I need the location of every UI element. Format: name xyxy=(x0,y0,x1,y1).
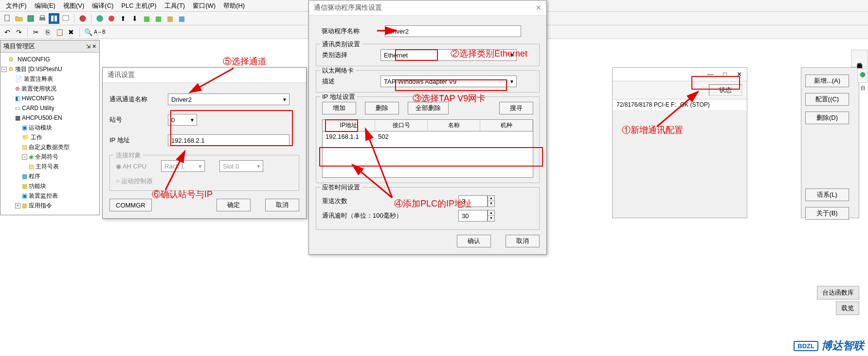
col-model: 机种 xyxy=(480,120,533,131)
station-combo[interactable]: 0▼ xyxy=(168,114,197,126)
menu-plc[interactable]: PLC 主机(P) xyxy=(117,0,160,11)
menu-compile[interactable]: 编译(C) xyxy=(88,0,117,11)
delete-icon[interactable]: ✖ xyxy=(66,27,76,37)
time-group-label: 应答时间设置 xyxy=(320,183,362,192)
layout-icon[interactable] xyxy=(49,13,59,24)
menu-window[interactable]: 窗口(W) xyxy=(189,0,219,11)
tree-item[interactable]: ⊗装置使用状况 xyxy=(1,84,98,94)
upload-icon[interactable]: ⬆ xyxy=(118,13,128,24)
ip-table[interactable]: IP地址 接口号 名称 机种 192.168.1.1 502 xyxy=(322,119,533,178)
delete-config-button[interactable]: 删除(D) xyxy=(805,112,849,124)
redo-icon[interactable]: ↷ xyxy=(14,27,24,37)
commgr-button[interactable]: COMMGR xyxy=(109,199,152,211)
svg-rect-3 xyxy=(40,16,44,18)
tree-item[interactable]: −◉全局符号 xyxy=(1,152,98,162)
save-icon[interactable] xyxy=(25,13,36,24)
stop-icon[interactable] xyxy=(106,13,117,24)
download-icon[interactable]: ⬇ xyxy=(129,13,140,24)
tree-item[interactable]: ▣装置监控表 xyxy=(1,191,98,201)
svg-point-8 xyxy=(97,16,103,21)
cube-icon[interactable]: ⬢ xyxy=(860,71,866,78)
retry-spinner[interactable]: 3▲▼ xyxy=(458,195,495,207)
status-header: 状态 xyxy=(709,84,742,96)
project-tree-panel: 项目管理区 ⇲ ✕ ⚙NWCONFIG −⚙项目 [D:\ISPtest\U 📄… xyxy=(0,40,100,215)
driver-properties-dialog: 通信驱动程序属性设置 ✕ 驱动程序名称 Driver2 通讯类别设置 类别选择 … xyxy=(308,0,547,255)
open-icon[interactable] xyxy=(14,13,24,24)
svg-rect-2 xyxy=(39,18,45,20)
configure-button[interactable]: 配置((C) xyxy=(805,93,849,106)
menu-view[interactable]: 视图(V) xyxy=(59,0,88,11)
delete-button[interactable]: 删除 xyxy=(365,102,399,114)
replace-icon[interactable]: A↔B xyxy=(94,27,105,37)
dialog-title: 通讯设置 xyxy=(108,71,135,79)
tree-item[interactable]: ▭CARD Utility xyxy=(1,103,98,113)
nic-label: 描述 xyxy=(322,77,371,86)
ip-input[interactable]: 192.168.2.1 xyxy=(168,134,289,146)
tree-item[interactable]: 📄装置注释表 xyxy=(1,74,98,84)
ok-button[interactable]: 确认 xyxy=(457,235,491,247)
new-icon[interactable] xyxy=(2,13,13,24)
tab-tdlib[interactable]: 台达函数库 xyxy=(817,286,859,300)
chip3-icon[interactable]: ▦ xyxy=(164,13,175,24)
help-icon[interactable] xyxy=(77,13,88,24)
search-button[interactable]: 搜寻 xyxy=(499,102,533,114)
tree-item[interactable]: ▦功能块 xyxy=(1,181,98,191)
driver-name-input[interactable]: Driver2 xyxy=(385,25,521,37)
about-button[interactable]: 关于(B) xyxy=(805,207,849,220)
menu-edit[interactable]: 编辑(E) xyxy=(31,0,59,11)
paste-icon[interactable]: 📋 xyxy=(54,27,65,37)
cat-combo[interactable]: Ethernet▼ xyxy=(380,49,517,61)
menu-tools[interactable]: 工具(T) xyxy=(161,0,189,11)
preview-icon[interactable] xyxy=(60,13,71,24)
timeout-spinner[interactable]: 30▲▼ xyxy=(458,210,495,222)
logo: BDZL 博达智联 xyxy=(794,338,864,353)
menu-help[interactable]: 帮助(H) xyxy=(219,0,249,11)
nic-combo[interactable]: TAP-Windows Adapter V9▼ xyxy=(380,75,517,87)
tree-pin-icon[interactable]: ⇲ ✕ xyxy=(86,43,96,50)
find-icon[interactable]: 🔍 xyxy=(83,27,93,37)
tree-item[interactable]: ▤主符号表 xyxy=(1,162,98,171)
globe-icon[interactable] xyxy=(94,13,105,24)
tree-item[interactable]: 📁工作 xyxy=(1,132,98,142)
tree-item[interactable]: +▦应用指令 xyxy=(1,201,98,210)
close-icon[interactable]: ✕ xyxy=(536,4,542,12)
driver-name-label: 驱动程序名称 xyxy=(322,27,375,36)
delete-all-button[interactable]: 全部删除 xyxy=(408,102,449,114)
tree-item[interactable]: ◧HWCONFIG xyxy=(1,94,98,103)
motion-radio: ○ 运动控制器 xyxy=(116,177,153,185)
svg-rect-1 xyxy=(28,16,34,21)
undo-icon[interactable]: ↶ xyxy=(2,27,13,37)
cut-icon[interactable]: ✂ xyxy=(31,27,41,37)
language-button[interactable]: 语系(L) xyxy=(805,188,849,201)
col-ip: IP地址 xyxy=(323,120,375,131)
tree-item[interactable]: ▤自定义数据类型 xyxy=(1,142,98,152)
copy-icon[interactable]: ⎘ xyxy=(42,27,53,37)
menu-file[interactable]: 文件(F) xyxy=(2,0,31,11)
add-button[interactable]: 增加 xyxy=(322,102,356,114)
svg-point-7 xyxy=(80,16,86,21)
channel-combo[interactable]: Driver2▼ xyxy=(168,94,289,105)
chip1-icon[interactable]: ▦ xyxy=(141,13,152,24)
print-icon[interactable] xyxy=(37,13,48,24)
chip2-icon[interactable]: ▦ xyxy=(153,13,163,24)
button-side-panel: 新增...(A) 配置((C) 删除(D) 语系(L) 关于(B) xyxy=(801,67,859,218)
tree-item[interactable]: ▦程序 xyxy=(1,171,98,181)
ok-button[interactable]: 确定 xyxy=(217,199,251,211)
tree-nwconfig[interactable]: ⚙NWCONFIG xyxy=(1,55,98,64)
config-side-panel: ―□✕ 状态 72/8176/8178 PCI-E F: OK (STOP) xyxy=(612,67,747,218)
cancel-button[interactable]: 取消 xyxy=(265,199,299,211)
tree-item[interactable]: ▦AHCPU500-EN xyxy=(1,113,98,123)
timeout-label: 通讯逾时（单位：100毫秒） xyxy=(322,211,458,220)
col-name: 名称 xyxy=(428,120,480,131)
cat-group-label: 通讯类别设置 xyxy=(320,40,362,49)
new-config-button[interactable]: 新增...(A) xyxy=(805,75,849,87)
cancel-button[interactable]: 取消 xyxy=(506,235,540,247)
side-tab-tdlib[interactable]: 台达函数库 xyxy=(851,50,868,67)
svg-point-9 xyxy=(108,16,114,21)
chip4-icon[interactable]: ▦ xyxy=(176,13,187,24)
tab-zairu[interactable]: 载览 xyxy=(836,301,859,315)
device-text: 72/8176/8178 PCI-E F: xyxy=(616,101,676,108)
table-row[interactable]: 192.168.1.1 502 xyxy=(323,131,533,142)
tree-project-root[interactable]: −⚙项目 [D:\ISPtest\U xyxy=(1,64,98,74)
tree-item[interactable]: ▣运动模块 xyxy=(1,123,98,132)
